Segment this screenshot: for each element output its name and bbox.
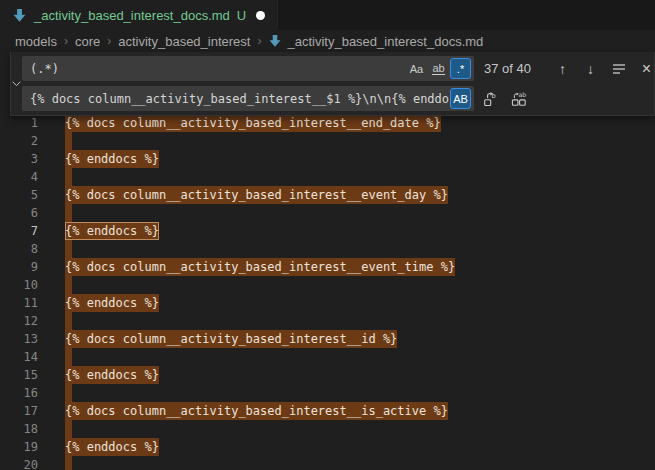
line-content[interactable]: [65, 456, 72, 470]
code-line[interactable]: 16: [0, 384, 655, 402]
breadcrumb-separator: ›: [64, 34, 68, 48]
line-content[interactable]: [65, 420, 72, 438]
next-match-button[interactable]: ↓: [579, 57, 602, 80]
match-results-count: 37 of 40: [484, 61, 546, 76]
line-number: 17: [0, 402, 38, 420]
search-match-highlight: [65, 312, 72, 330]
search-match-highlight: {% docs column__activity_based_interest_…: [65, 186, 448, 204]
code-line[interactable]: 6: [0, 204, 655, 222]
match-case-button[interactable]: Aa: [406, 58, 427, 79]
code-line[interactable]: 12: [0, 312, 655, 330]
code-line[interactable]: 2: [0, 132, 655, 150]
tab-activity-based-interest-docs[interactable]: _activity_based_interest_docs.md U: [0, 0, 278, 30]
modified-indicator-dot[interactable]: [256, 11, 265, 20]
line-content[interactable]: [65, 168, 72, 186]
line-content[interactable]: {% docs column__activity_based_interest_…: [65, 114, 441, 132]
line-number: 9: [0, 258, 38, 276]
code-line[interactable]: 18: [0, 420, 655, 438]
replace-input[interactable]: {% docs column__activity_based_interest_…: [22, 86, 474, 111]
find-in-selection-button[interactable]: [607, 57, 630, 80]
editor-code-area[interactable]: 1{% docs column__activity_based_interest…: [0, 114, 655, 470]
code-line[interactable]: 8: [0, 240, 655, 258]
svg-text:b: b: [491, 92, 495, 100]
breadcrumb-item[interactable]: core: [75, 34, 100, 49]
line-content[interactable]: {% enddocs %}: [65, 366, 159, 384]
line-content[interactable]: {% docs column__activity_based_interest_…: [65, 258, 455, 276]
line-number: 16: [0, 384, 38, 402]
line-content[interactable]: [65, 312, 72, 330]
line-content[interactable]: [65, 276, 72, 294]
code-line[interactable]: 11{% enddocs %}: [0, 294, 655, 312]
close-find-widget-button[interactable]: ×: [635, 57, 655, 80]
line-number: 1: [0, 114, 38, 132]
line-number: 19: [0, 438, 38, 456]
breadcrumb-item[interactable]: _activity_based_interest_docs.md: [287, 34, 483, 49]
find-replace-widget: (.*) Aa ab .* 37 of 40 ↑ ↓ × {% docs col…: [10, 52, 655, 116]
line-number: 20: [0, 456, 38, 470]
tab-filename: _activity_based_interest_docs.md: [34, 8, 230, 23]
line-number: 4: [0, 168, 38, 186]
line-content[interactable]: {% enddocs %}: [65, 150, 159, 168]
search-match-highlight: {% docs column__activity_based_interest_…: [65, 330, 397, 348]
line-content[interactable]: [65, 132, 72, 150]
whole-word-button[interactable]: ab: [428, 58, 449, 79]
line-content[interactable]: [65, 384, 72, 402]
replace-all-icon: ab: [511, 91, 527, 107]
line-content[interactable]: {% enddocs %}: [65, 438, 159, 456]
line-number: 10: [0, 276, 38, 294]
search-match-highlight: {% docs column__activity_based_interest_…: [65, 114, 441, 132]
replace-all-button[interactable]: ab: [507, 87, 530, 110]
line-number: 3: [0, 150, 38, 168]
arrow-up-icon: ↑: [559, 61, 566, 77]
code-line[interactable]: 1{% docs column__activity_based_interest…: [0, 114, 655, 132]
breadcrumb-item[interactable]: activity_based_interest: [118, 34, 250, 49]
line-content[interactable]: [65, 348, 72, 366]
previous-match-button[interactable]: ↑: [551, 57, 574, 80]
replace-button[interactable]: b: [479, 87, 502, 110]
line-content[interactable]: {% docs column__activity_based_interest_…: [65, 186, 448, 204]
search-match-highlight: [65, 240, 72, 258]
breadcrumb: models›core›activity_based_interest› _ac…: [0, 30, 655, 52]
code-line[interactable]: 9{% docs column__activity_based_interest…: [0, 258, 655, 276]
code-line[interactable]: 14: [0, 348, 655, 366]
line-content[interactable]: [65, 204, 72, 222]
code-line[interactable]: 4: [0, 168, 655, 186]
code-line[interactable]: 3{% enddocs %}: [0, 150, 655, 168]
breadcrumb-separator: ›: [107, 34, 111, 48]
breadcrumb-item[interactable]: models: [15, 34, 57, 49]
chevron-down-icon: [11, 75, 22, 93]
search-match-highlight: [65, 420, 72, 438]
git-status-badge: U: [237, 8, 246, 23]
line-content[interactable]: {% enddocs %}: [65, 294, 159, 312]
preserve-case-button[interactable]: AB: [450, 88, 471, 109]
code-line[interactable]: 20: [0, 456, 655, 470]
line-content[interactable]: {% docs column__activity_based_interest_…: [65, 330, 397, 348]
line-number: 12: [0, 312, 38, 330]
regex-button[interactable]: .*: [450, 58, 471, 79]
toggle-replace-button[interactable]: [11, 52, 22, 115]
find-input-value[interactable]: (.*): [30, 62, 405, 76]
line-content[interactable]: {% enddocs %}: [65, 222, 159, 240]
arrow-down-icon: ↓: [587, 61, 594, 77]
code-line[interactable]: 7{% enddocs %}: [0, 222, 655, 240]
code-line[interactable]: 10: [0, 276, 655, 294]
line-content[interactable]: [65, 240, 72, 258]
line-number: 14: [0, 348, 38, 366]
search-match-highlight: [65, 456, 72, 470]
line-number: 13: [0, 330, 38, 348]
code-line[interactable]: 13{% docs column__activity_based_interes…: [0, 330, 655, 348]
close-icon: ×: [642, 60, 651, 78]
code-line[interactable]: 17{% docs column__activity_based_interes…: [0, 402, 655, 420]
search-match-highlight: {% enddocs %}: [65, 366, 159, 384]
breadcrumb-separator: ›: [257, 34, 261, 48]
replace-input-value[interactable]: {% docs column__activity_based_interest_…: [30, 92, 449, 106]
line-number: 15: [0, 366, 38, 384]
code-line[interactable]: 19{% enddocs %}: [0, 438, 655, 456]
current-search-match: {% enddocs %}: [65, 222, 159, 240]
line-content[interactable]: {% docs column__activity_based_interest_…: [65, 402, 448, 420]
search-match-highlight: {% enddocs %}: [65, 150, 159, 168]
code-line[interactable]: 15{% enddocs %}: [0, 366, 655, 384]
code-line[interactable]: 5{% docs column__activity_based_interest…: [0, 186, 655, 204]
line-number: 18: [0, 420, 38, 438]
find-input[interactable]: (.*) Aa ab .*: [22, 56, 474, 81]
